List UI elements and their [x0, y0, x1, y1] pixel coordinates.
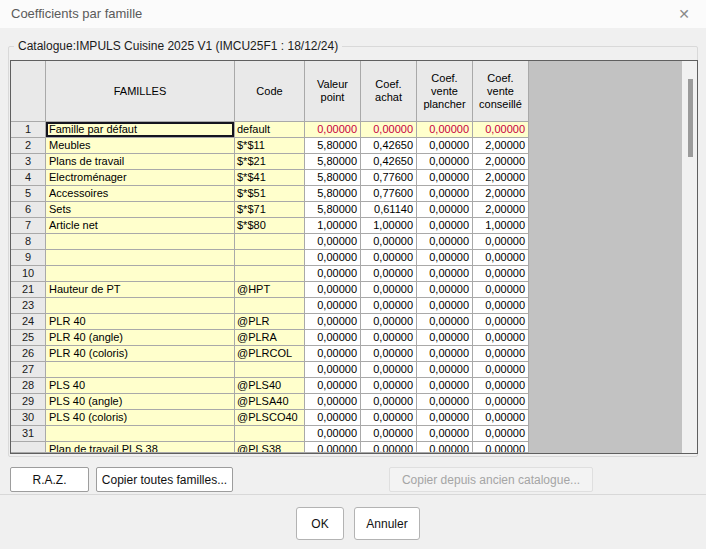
value-cell[interactable]: 0,00000: [305, 250, 361, 266]
value-cell[interactable]: 0,00000: [417, 282, 473, 298]
code-cell[interactable]: $*$80: [235, 218, 305, 234]
copy-old-catalogue-button[interactable]: Copier depuis ancien catalogue...: [389, 467, 593, 492]
value-cell[interactable]: 0,00000: [417, 298, 473, 314]
value-cell[interactable]: 0,00000: [417, 362, 473, 378]
value-cell[interactable]: 0,00000: [417, 202, 473, 218]
value-cell[interactable]: 2,00000: [473, 138, 529, 154]
value-cell[interactable]: 0,00000: [417, 186, 473, 202]
code-cell[interactable]: $*$11: [235, 138, 305, 154]
value-cell[interactable]: 5,80000: [305, 154, 361, 170]
row-number-cell[interactable]: 23: [11, 298, 46, 314]
famille-cell[interactable]: [46, 426, 235, 442]
value-cell[interactable]: 0,00000: [361, 394, 417, 410]
raz-button[interactable]: R.A.Z.: [10, 467, 89, 492]
value-cell[interactable]: 0,00000: [361, 122, 417, 138]
value-cell[interactable]: 0,42650: [361, 138, 417, 154]
value-cell[interactable]: 2,00000: [473, 186, 529, 202]
row-number-cell[interactable]: 24: [11, 314, 46, 330]
value-cell[interactable]: 0,00000: [473, 362, 529, 378]
famille-cell[interactable]: Hauteur de PT: [46, 282, 235, 298]
famille-cell[interactable]: PLR 40 (coloris): [46, 346, 235, 362]
famille-cell[interactable]: Meubles: [46, 138, 235, 154]
value-cell[interactable]: 0,00000: [305, 330, 361, 346]
value-cell[interactable]: 1,00000: [361, 218, 417, 234]
famille-cell[interactable]: [46, 250, 235, 266]
value-cell[interactable]: 0,00000: [417, 122, 473, 138]
value-cell[interactable]: 2,00000: [473, 202, 529, 218]
row-number-cell[interactable]: 21: [11, 282, 46, 298]
famille-cell[interactable]: PLS 40 (coloris): [46, 410, 235, 426]
code-cell[interactable]: [235, 298, 305, 314]
value-cell[interactable]: 0,00000: [417, 410, 473, 426]
code-cell[interactable]: $*$51: [235, 186, 305, 202]
value-cell[interactable]: 0,00000: [305, 314, 361, 330]
value-cell[interactable]: 0,00000: [417, 250, 473, 266]
value-cell[interactable]: 0,00000: [473, 282, 529, 298]
famille-cell[interactable]: Electroménager: [46, 170, 235, 186]
value-cell[interactable]: 0,00000: [361, 234, 417, 250]
famille-cell[interactable]: Sets: [46, 202, 235, 218]
value-cell[interactable]: 0,00000: [473, 346, 529, 362]
code-cell[interactable]: @PLRA: [235, 330, 305, 346]
value-cell[interactable]: 1,00000: [305, 218, 361, 234]
value-cell[interactable]: 0,00000: [473, 298, 529, 314]
value-cell[interactable]: 0,00000: [473, 442, 529, 453]
code-cell[interactable]: default: [235, 122, 305, 138]
value-cell[interactable]: 0,00000: [361, 282, 417, 298]
row-number-cell[interactable]: 5: [11, 186, 46, 202]
value-cell[interactable]: 0,77600: [361, 186, 417, 202]
value-cell[interactable]: 0,00000: [305, 410, 361, 426]
value-cell[interactable]: 0,61140: [361, 202, 417, 218]
famille-cell[interactable]: PLS 40 (angle): [46, 394, 235, 410]
row-number-cell[interactable]: 7: [11, 218, 46, 234]
code-cell[interactable]: $*$41: [235, 170, 305, 186]
famille-cell[interactable]: Plans de travail: [46, 154, 235, 170]
value-cell[interactable]: 0,00000: [305, 266, 361, 282]
value-cell[interactable]: 0,00000: [473, 378, 529, 394]
famille-cell[interactable]: PLR 40 (angle): [46, 330, 235, 346]
value-cell[interactable]: 1,00000: [473, 218, 529, 234]
value-cell[interactable]: 0,00000: [305, 346, 361, 362]
row-number-cell[interactable]: 6: [11, 202, 46, 218]
row-number-cell[interactable]: 10: [11, 266, 46, 282]
value-cell[interactable]: 0,00000: [305, 234, 361, 250]
value-cell[interactable]: 0,00000: [473, 250, 529, 266]
code-cell[interactable]: @PLR: [235, 314, 305, 330]
value-cell[interactable]: 0,00000: [417, 138, 473, 154]
value-cell[interactable]: 0,00000: [473, 234, 529, 250]
value-cell[interactable]: 0,00000: [305, 378, 361, 394]
value-cell[interactable]: 0,00000: [417, 154, 473, 170]
row-number-cell[interactable]: 28: [11, 378, 46, 394]
value-cell[interactable]: 0,00000: [361, 426, 417, 442]
row-number-cell[interactable]: 9: [11, 250, 46, 266]
value-cell[interactable]: 0,00000: [361, 330, 417, 346]
value-cell[interactable]: 2,00000: [473, 154, 529, 170]
code-cell[interactable]: @PLSCO40: [235, 410, 305, 426]
value-cell[interactable]: 0,00000: [361, 346, 417, 362]
code-cell[interactable]: @PLS40: [235, 378, 305, 394]
value-cell[interactable]: 0,00000: [361, 298, 417, 314]
code-cell[interactable]: [235, 250, 305, 266]
code-cell[interactable]: @PLRCOL: [235, 346, 305, 362]
famille-cell[interactable]: Article net: [46, 218, 235, 234]
famille-cell[interactable]: [46, 234, 235, 250]
cancel-button[interactable]: Annuler: [354, 507, 420, 540]
value-cell[interactable]: 0,00000: [417, 218, 473, 234]
value-cell[interactable]: 0,00000: [417, 346, 473, 362]
value-cell[interactable]: 0,00000: [361, 250, 417, 266]
code-cell[interactable]: @HPT: [235, 282, 305, 298]
value-cell[interactable]: 0,00000: [305, 426, 361, 442]
value-cell[interactable]: 0,00000: [305, 282, 361, 298]
copy-all-families-button[interactable]: Copier toutes familles...: [96, 467, 233, 492]
value-cell[interactable]: 0,00000: [417, 234, 473, 250]
value-cell[interactable]: 0,00000: [473, 410, 529, 426]
value-cell[interactable]: 5,80000: [305, 138, 361, 154]
value-cell[interactable]: 0,00000: [417, 314, 473, 330]
code-cell[interactable]: [235, 234, 305, 250]
value-cell[interactable]: 0,00000: [361, 378, 417, 394]
famille-cell[interactable]: Plan de travail PLS 38: [46, 442, 235, 453]
value-cell[interactable]: 5,80000: [305, 170, 361, 186]
row-number-cell[interactable]: 29: [11, 394, 46, 410]
value-cell[interactable]: 0,00000: [417, 394, 473, 410]
row-number-cell[interactable]: 27: [11, 362, 46, 378]
